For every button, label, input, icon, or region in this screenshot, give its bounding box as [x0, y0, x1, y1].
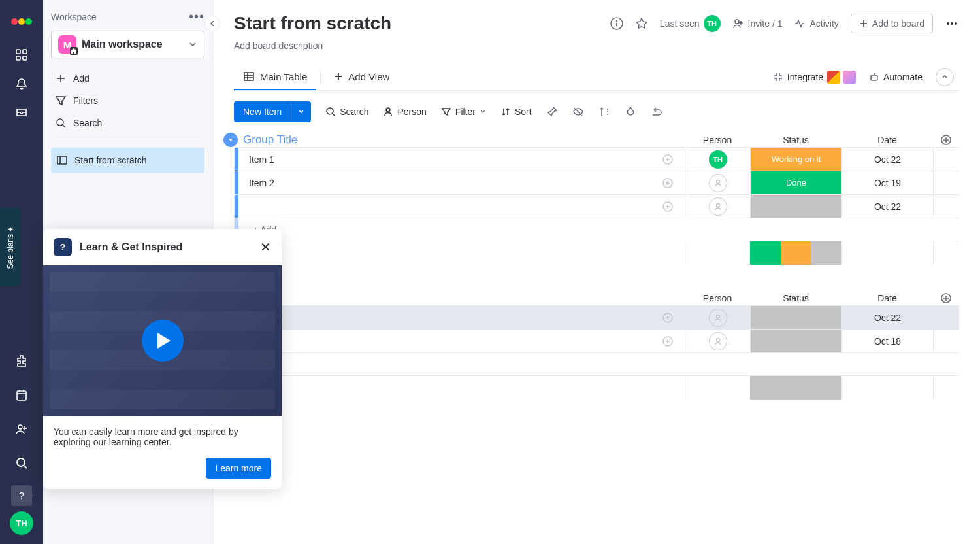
add-view-button[interactable]: Add View — [325, 65, 399, 90]
board-item[interactable]: Start from scratch — [51, 148, 204, 173]
filter-icon — [55, 95, 67, 107]
apps-icon[interactable] — [10, 349, 33, 373]
hide-icon[interactable] — [572, 106, 584, 118]
inbox-icon[interactable] — [10, 101, 33, 124]
person-empty-icon — [709, 197, 727, 216]
main-content: Start from scratch Last seen TH Invite /… — [213, 0, 980, 544]
notifications-icon[interactable] — [10, 72, 33, 95]
workspace-selector[interactable]: M Main workspace — [51, 31, 204, 58]
column-header-status[interactable]: Status — [750, 293, 841, 303]
undo-icon[interactable] — [651, 106, 662, 118]
status-cell[interactable] — [750, 195, 841, 218]
status-cell[interactable]: Working on it — [750, 148, 841, 171]
invite-icon[interactable] — [10, 417, 33, 441]
board-title[interactable]: Start from scratch — [234, 13, 610, 34]
svg-point-0 — [11, 18, 18, 25]
group-title[interactable]: Group Title — [243, 133, 685, 146]
play-icon[interactable] — [142, 320, 184, 362]
see-plans-tab[interactable]: ✦ See plans — [0, 208, 21, 286]
search-action[interactable]: Search — [51, 112, 204, 134]
person-cell[interactable] — [685, 171, 750, 194]
tab-main-table[interactable]: Main Table — [234, 64, 316, 90]
conversation-icon[interactable] — [661, 153, 674, 166]
column-header-date[interactable]: Date — [841, 293, 933, 303]
search-icon — [325, 107, 336, 117]
collapse-header-button[interactable] — [936, 68, 954, 86]
workspaces-icon[interactable] — [10, 43, 33, 67]
conversation-icon[interactable] — [661, 335, 674, 348]
activity-button[interactable]: Activity — [794, 18, 838, 29]
add-column-button[interactable] — [933, 134, 959, 146]
collapse-panel-button[interactable] — [204, 16, 220, 31]
column-header-person[interactable]: Person — [685, 293, 750, 303]
sort-tool[interactable]: Sort — [500, 107, 532, 117]
add-item-row[interactable]: + Add — [235, 218, 959, 241]
color-icon[interactable] — [625, 106, 636, 118]
popup-video-thumbnail[interactable] — [43, 265, 282, 416]
date-cell[interactable]: Oct 19 — [841, 171, 933, 194]
conversation-icon[interactable] — [661, 177, 674, 190]
learn-more-button[interactable]: Learn more — [206, 458, 271, 479]
item-name[interactable]: Item 1 — [249, 154, 274, 165]
date-cell[interactable]: Oct 18 — [841, 330, 933, 352]
table-row[interactable]: Edit Oct 22 — [235, 305, 959, 329]
date-cell[interactable]: Oct 22 — [841, 306, 933, 329]
table-row[interactable]: Oct 22 — [235, 194, 959, 218]
filters-action[interactable]: Filters — [51, 90, 204, 112]
help-icon[interactable]: ? — [11, 485, 32, 506]
person-icon — [383, 107, 393, 117]
svg-rect-7 — [17, 391, 26, 400]
invite-button[interactable]: Invite / 1 — [732, 18, 783, 29]
add-to-board-button[interactable]: Add to board — [851, 14, 933, 33]
search-tool[interactable]: Search — [325, 107, 368, 117]
group-collapse-icon[interactable] — [223, 133, 238, 147]
close-icon[interactable]: ✕ — [260, 239, 271, 255]
add-column-button[interactable] — [933, 292, 959, 304]
person-cell[interactable] — [685, 306, 750, 329]
search-icon — [55, 117, 67, 129]
new-item-dropdown[interactable] — [291, 103, 311, 120]
integrate-button[interactable]: Integrate — [773, 71, 856, 84]
status-cell[interactable]: Done — [750, 171, 841, 194]
column-header-person[interactable]: Person — [685, 135, 750, 145]
status-cell[interactable] — [750, 330, 841, 352]
board-menu-icon[interactable] — [945, 16, 959, 31]
favorite-icon[interactable] — [635, 17, 648, 30]
table-row[interactable]: Item 1 TH Working on it Oct 22 — [235, 147, 959, 171]
svg-rect-4 — [23, 50, 27, 54]
info-icon[interactable] — [610, 17, 623, 30]
column-header-date[interactable]: Date — [841, 135, 933, 145]
conversation-icon[interactable] — [661, 200, 674, 213]
height-icon[interactable] — [598, 106, 610, 118]
workspace-menu-icon[interactable]: ••• — [189, 9, 204, 24]
automate-button[interactable]: Automate — [869, 72, 923, 82]
plus-icon — [334, 72, 343, 81]
last-seen[interactable]: Last seen TH — [660, 15, 721, 32]
add-action[interactable]: Add — [51, 67, 204, 90]
filter-tool[interactable]: Filter — [441, 107, 486, 117]
column-header-status[interactable]: Status — [750, 135, 841, 145]
table-row[interactable]: Item 2 Done Oct 19 — [235, 171, 959, 194]
status-cell[interactable] — [750, 306, 841, 329]
svg-point-26 — [716, 180, 719, 183]
search-everything-icon[interactable] — [10, 451, 33, 475]
date-cell[interactable]: Oct 22 — [841, 195, 933, 218]
person-cell[interactable]: TH — [685, 148, 750, 171]
workspace-avatar-icon: M — [58, 35, 76, 54]
conversation-icon[interactable] — [661, 311, 674, 324]
person-tool[interactable]: Person — [383, 107, 426, 117]
board-description[interactable]: Add board description — [234, 41, 959, 51]
person-cell[interactable] — [685, 195, 750, 218]
person-cell[interactable] — [685, 330, 750, 352]
date-cell[interactable]: Oct 22 — [841, 148, 933, 171]
item-name[interactable]: Item 2 — [249, 178, 274, 188]
pin-icon[interactable] — [546, 106, 558, 118]
monday-logo[interactable] — [10, 8, 33, 30]
add-item-row[interactable]: + Add — [235, 352, 959, 376]
my-work-icon[interactable] — [10, 383, 33, 407]
new-item-button[interactable]: New Item — [234, 101, 311, 122]
user-avatar[interactable]: TH — [10, 511, 33, 535]
table-row[interactable]: Oct 18 — [235, 329, 959, 352]
person-empty-icon — [709, 309, 727, 327]
group-title[interactable]: Title — [243, 292, 685, 305]
